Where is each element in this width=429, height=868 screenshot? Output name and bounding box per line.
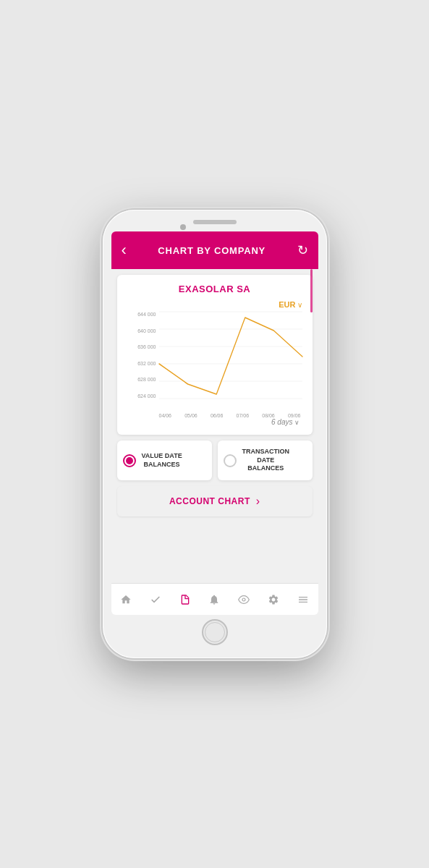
line-chart	[159, 312, 302, 399]
chart-wrapper: 644 000 640 000 636 000 632 000 628 000 …	[127, 312, 302, 413]
days-dropdown-arrow[interactable]: ∨	[294, 419, 300, 426]
y-label-5: 628 000	[127, 377, 156, 382]
currency-dropdown-arrow[interactable]: ∨	[297, 301, 302, 309]
x-label-4: 07/06	[237, 413, 250, 418]
phone-screen: ‹ CHART BY COMPANY ↻ EXASOLAR SA EUR ∨	[111, 231, 318, 615]
transaction-date-radio[interactable]: TRANSACTIONDATEBALANCES	[218, 441, 313, 480]
main-content: EXASOLAR SA EUR ∨ 644 000 640 000 636 00…	[111, 269, 318, 583]
transaction-date-label: TRANSACTIONDATEBALANCES	[242, 448, 290, 473]
header-title: CHART BY COMPANY	[158, 245, 266, 256]
y-label-2: 640 000	[127, 328, 156, 333]
nav-settings[interactable]	[262, 588, 285, 611]
app-header: ‹ CHART BY COMPANY ↻	[111, 231, 318, 269]
nav-menu[interactable]	[292, 588, 315, 611]
value-date-radio[interactable]: VALUE DATEBALANCES	[117, 441, 212, 480]
transaction-date-radio-indicator[interactable]	[224, 454, 237, 467]
nav-document[interactable]	[174, 588, 197, 611]
x-label-5: 08/06	[262, 413, 275, 418]
account-chart-button[interactable]: ACCOUNT CHART ›	[117, 486, 313, 516]
nav-eye[interactable]	[232, 588, 255, 611]
y-axis-labels: 644 000 640 000 636 000 632 000 628 000 …	[127, 312, 156, 399]
y-label-6: 624 000	[127, 393, 156, 399]
back-button[interactable]: ‹	[122, 242, 127, 258]
nav-bell[interactable]	[203, 588, 226, 611]
y-label-3: 636 000	[127, 344, 156, 349]
phone-home-button[interactable]	[202, 619, 228, 645]
nav-check[interactable]	[144, 588, 167, 611]
days-label[interactable]: 6 days	[271, 418, 292, 426]
balance-type-selector: VALUE DATEBALANCES TRANSACTIONDATEBALANC…	[117, 441, 313, 480]
phone-speaker	[193, 220, 237, 224]
currency-label[interactable]: EUR	[279, 300, 295, 309]
account-chart-arrow: ›	[256, 495, 260, 508]
svg-point-6	[242, 598, 245, 601]
currency-row: EUR ∨	[124, 300, 305, 309]
x-label-6: 09/06	[288, 413, 301, 418]
days-row: 6 days ∨	[127, 418, 302, 429]
refresh-button[interactable]: ↻	[297, 242, 308, 258]
company-name: EXASOLAR SA	[124, 284, 305, 294]
x-label-1: 04/06	[159, 413, 172, 418]
company-card: EXASOLAR SA EUR ∨ 644 000 640 000 636 00…	[117, 275, 313, 435]
phone-frame: ‹ CHART BY COMPANY ↻ EXASOLAR SA EUR ∨	[103, 210, 327, 658]
value-date-radio-indicator[interactable]	[123, 454, 136, 467]
nav-home[interactable]	[114, 588, 137, 611]
value-date-label: VALUE DATEBALANCES	[142, 452, 182, 469]
chart-container: 644 000 640 000 636 000 632 000 628 000 …	[124, 309, 305, 435]
y-label-1: 644 000	[127, 312, 156, 317]
bottom-navigation	[111, 583, 318, 615]
scrollbar	[310, 269, 313, 312]
x-axis-labels: 04/06 05/06 06/06 07/06 08/06 09/06	[127, 413, 302, 418]
phone-top-bar	[193, 220, 237, 227]
account-chart-label: ACCOUNT CHART	[169, 496, 250, 506]
x-label-3: 06/06	[211, 413, 224, 418]
y-label-4: 632 000	[127, 361, 156, 366]
phone-home-inner	[205, 622, 225, 642]
x-label-2: 05/06	[184, 413, 197, 418]
phone-camera	[180, 224, 186, 230]
